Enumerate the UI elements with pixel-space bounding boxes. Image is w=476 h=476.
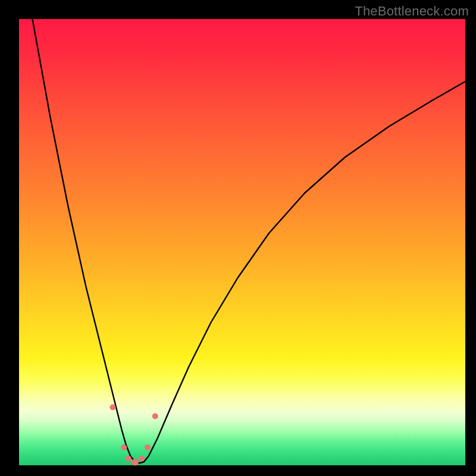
curve-marker [110, 405, 116, 411]
curve-marker [152, 414, 158, 419]
plot-area [19, 19, 465, 465]
curve-layer [19, 19, 465, 465]
watermark-text: TheBottleneck.com [355, 4, 469, 19]
bottleneck-curve [33, 19, 466, 463]
curve-marker [126, 456, 131, 462]
curve-marker [139, 456, 145, 462]
chart-frame: TheBottleneck.com [0, 0, 476, 476]
curve-marker [121, 444, 127, 450]
curve-marker [131, 459, 139, 466]
curve-marker [145, 444, 151, 450]
